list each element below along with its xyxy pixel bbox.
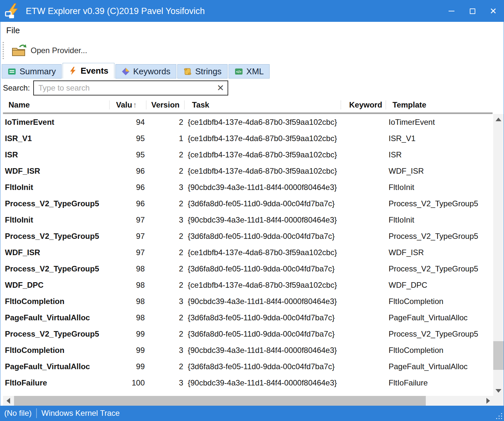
horizontal-scroll-thumb[interactable] bbox=[14, 396, 426, 406]
cell-template: PageFault_VirtualAlloc bbox=[386, 313, 493, 322]
open-provider-button[interactable]: Open Provider... bbox=[11, 44, 87, 57]
title-bar: ETW Explorer v0.39 (C)2019 Pavel Yosifov… bbox=[0, 0, 504, 22]
cell-task: {90cbdc39-4a3e-11d1-84f4-0000f80464e3} bbox=[185, 297, 341, 306]
cell-template: Process_V2_TypeGroup5 bbox=[386, 232, 493, 241]
menu-file[interactable]: File bbox=[0, 25, 26, 36]
tab-keywords[interactable]: Keywords bbox=[115, 64, 176, 79]
cell-name: WDF_DPC bbox=[0, 281, 110, 290]
column-header-name[interactable]: Name bbox=[0, 97, 110, 112]
tab-events[interactable]: Events bbox=[63, 63, 114, 79]
cell-version: 2 bbox=[146, 281, 185, 290]
tab-xml-label: XML bbox=[246, 66, 264, 77]
scroll-down-button[interactable] bbox=[493, 386, 504, 395]
maximize-icon bbox=[470, 8, 475, 14]
status-file: (No file) bbox=[4, 409, 32, 418]
cell-version: 2 bbox=[146, 167, 185, 176]
clear-search-icon[interactable]: ✕ bbox=[217, 84, 224, 93]
vertical-scrollbar[interactable] bbox=[493, 114, 504, 396]
search-box: ✕ bbox=[33, 80, 228, 95]
cell-task: {90cbdc39-4a3e-11d1-84f4-0000f80464e3} bbox=[185, 346, 341, 355]
table-row[interactable]: WDF_DPC 98 2 {ce1dbfb4-137e-4da6-87b0-3f… bbox=[0, 277, 493, 293]
cell-value: 94 bbox=[110, 118, 146, 127]
keywords-key-icon bbox=[121, 67, 130, 76]
cell-template: FltIoCompletion bbox=[386, 297, 493, 306]
table-row[interactable]: Process_V2_TypeGroup5 96 2 {3d6fa8d0-fe0… bbox=[0, 196, 493, 212]
tab-summary[interactable]: Summary bbox=[2, 64, 62, 79]
column-header-task[interactable]: Task bbox=[185, 97, 341, 112]
status-provider: Windows Kernel Trace bbox=[41, 409, 120, 418]
tab-summary-label: Summary bbox=[20, 66, 56, 77]
minimize-icon bbox=[449, 11, 454, 11]
table-row[interactable]: FltIoCompletion 98 3 {90cbdc39-4a3e-11d1… bbox=[0, 293, 493, 310]
cell-value: 99 bbox=[110, 362, 146, 371]
table-row[interactable]: ISR_V1 95 1 {ce1dbfb4-137e-4da6-87b0-3f5… bbox=[0, 130, 493, 147]
table-row[interactable]: WDF_ISR 96 2 {ce1dbfb4-137e-4da6-87b0-3f… bbox=[0, 163, 493, 179]
table-row[interactable]: PageFault_VirtualAlloc 98 2 {3d6fa8d3-fe… bbox=[0, 310, 493, 326]
strings-scroll-icon bbox=[183, 67, 192, 76]
cell-name: FltIoInit bbox=[0, 183, 110, 192]
table-row[interactable]: ISR 95 2 {ce1dbfb4-137e-4da6-87b0-3f59aa… bbox=[0, 147, 493, 163]
column-header-version[interactable]: Version bbox=[146, 97, 185, 112]
cell-name: PageFault_VirtualAlloc bbox=[0, 362, 110, 371]
table-row[interactable]: IoTimerEvent 94 2 {ce1dbfb4-137e-4da6-87… bbox=[0, 114, 493, 130]
cell-value: 99 bbox=[110, 346, 146, 355]
table-row[interactable]: Process_V2_TypeGroup5 99 2 {3d6fa8d0-fe0… bbox=[0, 326, 493, 342]
cell-task: {ce1dbfb4-137e-4da6-87b0-3f59aa102cbc} bbox=[185, 248, 341, 257]
scroll-left-icon bbox=[7, 398, 10, 404]
cell-value: 98 bbox=[110, 297, 146, 306]
cell-name: FltIoCompletion bbox=[0, 346, 110, 355]
cell-name: PageFault_VirtualAlloc bbox=[0, 313, 110, 322]
minimize-button[interactable] bbox=[441, 0, 462, 22]
cell-task: {3d6fa8d0-fe05-11d0-9dda-00c04fd7ba7c} bbox=[185, 264, 341, 273]
toolbar-grip-handle[interactable] bbox=[3, 42, 4, 59]
cell-version: 3 bbox=[146, 215, 185, 225]
table-row[interactable]: Process_V2_TypeGroup5 97 2 {3d6fa8d0-fe0… bbox=[0, 228, 493, 244]
cell-value: 98 bbox=[110, 313, 146, 322]
cell-value: 100 bbox=[110, 378, 146, 387]
cell-value: 96 bbox=[110, 199, 146, 208]
cell-name: WDF_ISR bbox=[0, 248, 110, 257]
cell-version: 3 bbox=[146, 297, 185, 306]
table-row[interactable]: PageFault_VirtualAlloc 99 2 {3d6fa8d3-fe… bbox=[0, 358, 493, 375]
column-header-template[interactable]: Template bbox=[386, 97, 493, 112]
scroll-right-button[interactable] bbox=[483, 396, 493, 406]
cell-template: PageFault_VirtualAlloc bbox=[386, 362, 493, 371]
table-row[interactable]: WDF_ISR 97 2 {ce1dbfb4-137e-4da6-87b0-3f… bbox=[0, 244, 493, 261]
maximize-button[interactable] bbox=[462, 0, 483, 22]
cell-version: 2 bbox=[146, 329, 185, 339]
app-lightning-icon bbox=[4, 3, 21, 19]
search-input[interactable] bbox=[33, 80, 228, 95]
etw-explorer-window: ETW Explorer v0.39 (C)2019 Pavel Yosifov… bbox=[0, 0, 504, 421]
cell-value: 99 bbox=[110, 329, 146, 339]
cell-name: FltIoFailure bbox=[0, 378, 110, 387]
menu-bar: File bbox=[0, 22, 504, 39]
resize-grip[interactable] bbox=[496, 413, 503, 420]
scroll-up-button[interactable] bbox=[493, 115, 504, 124]
column-header-keyword[interactable]: Keyword bbox=[341, 97, 386, 112]
open-folder-icon bbox=[11, 44, 27, 57]
cell-version: 2 bbox=[146, 313, 185, 322]
cell-version: 2 bbox=[146, 264, 185, 273]
scrollbar-corner bbox=[493, 396, 504, 406]
tab-keywords-label: Keywords bbox=[133, 66, 170, 77]
summary-list-icon bbox=[7, 67, 16, 76]
cell-task: {90cbdc39-4a3e-11d1-84f4-0000f80464e3} bbox=[185, 215, 341, 225]
tab-strings[interactable]: Strings bbox=[177, 64, 228, 79]
close-button[interactable]: ✕ bbox=[483, 0, 504, 22]
cell-task: {3d6fa8d3-fe05-11d0-9dda-00c04fd7ba7c} bbox=[185, 313, 341, 322]
table-row[interactable]: Process_V2_TypeGroup5 98 2 {3d6fa8d0-fe0… bbox=[0, 261, 493, 277]
table-row[interactable]: FltIoCompletion 99 3 {90cbdc39-4a3e-11d1… bbox=[0, 342, 493, 358]
cell-value: 97 bbox=[110, 232, 146, 241]
vertical-scroll-thumb[interactable] bbox=[493, 341, 504, 370]
cell-version: 2 bbox=[146, 150, 185, 159]
cell-template: IoTimerEvent bbox=[386, 118, 493, 127]
table-row[interactable]: FltIoInit 96 3 {90cbdc39-4a3e-11d1-84f4-… bbox=[0, 179, 493, 196]
column-header-value[interactable]: Value ↑ bbox=[110, 97, 146, 112]
horizontal-scrollbar[interactable] bbox=[3, 396, 493, 406]
scroll-left-button[interactable] bbox=[4, 396, 13, 406]
table-row[interactable]: FltIoInit 97 3 {90cbdc39-4a3e-11d1-84f4-… bbox=[0, 212, 493, 228]
table-row[interactable]: FltIoFailure 100 3 {90cbdc39-4a3e-11d1-8… bbox=[0, 375, 493, 391]
cell-version: 3 bbox=[146, 183, 185, 192]
cell-template: WDF_ISR bbox=[386, 248, 493, 257]
tab-xml[interactable]: </> XML bbox=[229, 64, 270, 79]
